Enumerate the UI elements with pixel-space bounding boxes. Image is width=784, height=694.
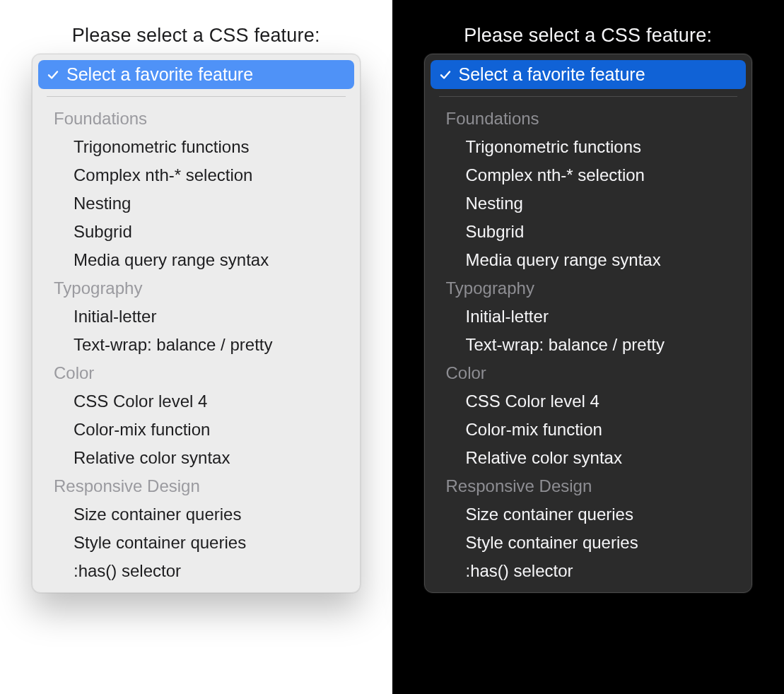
prompt-label: Please select a CSS feature: xyxy=(424,25,753,47)
option-nesting[interactable]: Nesting xyxy=(431,189,747,218)
checkmark-icon xyxy=(47,69,59,81)
option-trigonometric-functions[interactable]: Trigonometric functions xyxy=(431,133,747,161)
optgroup-typography: Typography xyxy=(431,274,747,302)
option-complex-nth-selection[interactable]: Complex nth-* selection xyxy=(431,161,747,189)
selected-option-row[interactable]: Select a favorite feature xyxy=(431,60,747,89)
option-size-container-queries[interactable]: Size container queries xyxy=(38,500,354,529)
option-media-query-range-syntax[interactable]: Media query range syntax xyxy=(431,246,747,274)
dropdown-divider xyxy=(47,96,346,97)
optgroup-responsive-design: Responsive Design xyxy=(38,472,354,500)
option-text-wrap-balance-pretty[interactable]: Text-wrap: balance / pretty xyxy=(431,331,747,359)
option-relative-color-syntax[interactable]: Relative color syntax xyxy=(38,444,354,472)
option-relative-color-syntax[interactable]: Relative color syntax xyxy=(431,444,747,472)
option-trigonometric-functions[interactable]: Trigonometric functions xyxy=(38,133,354,161)
option-style-container-queries[interactable]: Style container queries xyxy=(38,529,354,557)
css-feature-dropdown[interactable]: Select a favorite feature Foundations Tr… xyxy=(32,54,361,593)
option-color-mix-function[interactable]: Color-mix function xyxy=(38,416,354,444)
option-media-query-range-syntax[interactable]: Media query range syntax xyxy=(38,246,354,274)
optgroup-foundations: Foundations xyxy=(38,105,354,133)
optgroup-foundations: Foundations xyxy=(431,105,747,133)
light-mode-panel: Please select a CSS feature: Select a fa… xyxy=(0,0,392,694)
optgroup-color: Color xyxy=(38,359,354,387)
selected-option-row[interactable]: Select a favorite feature xyxy=(38,60,354,89)
option-css-color-level-4[interactable]: CSS Color level 4 xyxy=(431,387,747,416)
option-nesting[interactable]: Nesting xyxy=(38,189,354,218)
optgroup-color: Color xyxy=(431,359,747,387)
option-color-mix-function[interactable]: Color-mix function xyxy=(431,416,747,444)
checkmark-icon xyxy=(439,69,452,81)
option-subgrid[interactable]: Subgrid xyxy=(431,218,747,246)
option-complex-nth-selection[interactable]: Complex nth-* selection xyxy=(38,161,354,189)
option-initial-letter[interactable]: Initial-letter xyxy=(431,302,747,331)
option-text-wrap-balance-pretty[interactable]: Text-wrap: balance / pretty xyxy=(38,331,354,359)
option-has-selector[interactable]: :has() selector xyxy=(38,557,354,585)
dropdown-divider xyxy=(439,96,738,97)
selected-option-label: Select a favorite feature xyxy=(459,64,645,85)
optgroup-typography: Typography xyxy=(38,274,354,302)
option-css-color-level-4[interactable]: CSS Color level 4 xyxy=(38,387,354,416)
option-subgrid[interactable]: Subgrid xyxy=(38,218,354,246)
option-has-selector[interactable]: :has() selector xyxy=(431,557,747,585)
option-style-container-queries[interactable]: Style container queries xyxy=(431,529,747,557)
dark-mode-panel: Please select a CSS feature: Select a fa… xyxy=(392,0,785,694)
selected-option-label: Select a favorite feature xyxy=(66,64,253,85)
optgroup-responsive-design: Responsive Design xyxy=(431,472,747,500)
option-initial-letter[interactable]: Initial-letter xyxy=(38,302,354,331)
css-feature-dropdown[interactable]: Select a favorite feature Foundations Tr… xyxy=(424,54,753,593)
prompt-label: Please select a CSS feature: xyxy=(32,25,361,47)
option-size-container-queries[interactable]: Size container queries xyxy=(431,500,747,529)
